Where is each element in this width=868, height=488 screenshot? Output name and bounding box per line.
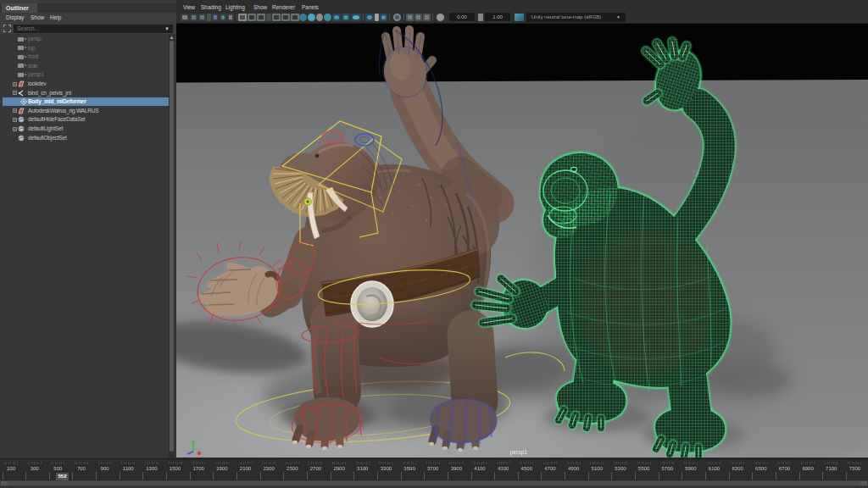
svg-text:persp1: persp1 [510,449,527,456]
